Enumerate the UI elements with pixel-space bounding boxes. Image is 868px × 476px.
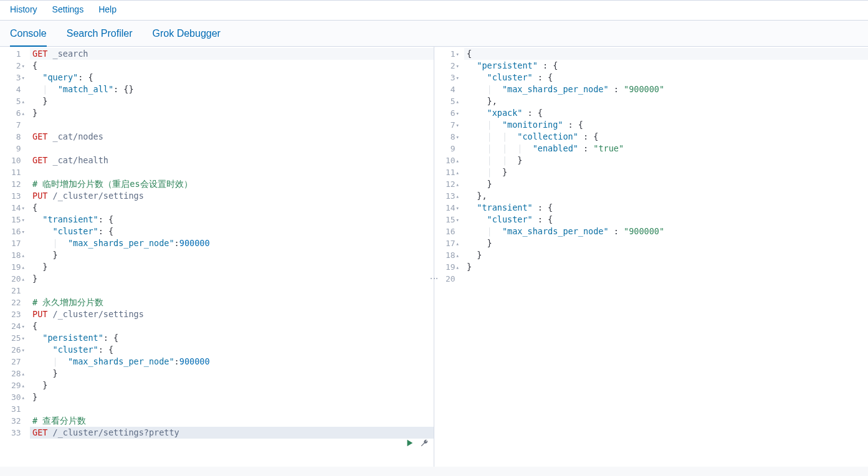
gutter-line: 8 [1,131,25,143]
code-line: | | } [464,155,868,166]
gutter-line: 15▾ [436,214,459,226]
tab-profiler[interactable]: Search Profiler [67,28,133,47]
request-gutter: 1 2▾3▾4 5▴6▴7 8 9 10 11 12 13 14▾15▾16▾1… [0,47,30,467]
code-line: | "max_shards_per_node" : "900000" [464,226,868,237]
gutter-line: 13▴ [436,190,459,202]
gutter-line: 6▾ [436,107,459,119]
tab-console[interactable]: Console [10,28,47,47]
gutter-line: 7▾ [436,119,459,131]
gutter-line: 15▾ [1,214,25,226]
request-editor[interactable]: GET _search{ "query": { | "match_all": {… [30,47,434,467]
gutter-line: 11 [1,166,25,178]
gutter-line: 26▾ [1,344,25,356]
code-line[interactable]: } [30,273,434,285]
code-line[interactable]: } [30,107,434,119]
code-line[interactable] [30,143,434,155]
code-line [464,273,868,285]
code-line: { [464,48,868,60]
code-line[interactable] [30,119,434,131]
code-line[interactable]: } [30,95,434,107]
response-viewer: { "persistent" : { "cluster" : { | "max_… [464,47,868,467]
gutter-line: 2▾ [436,60,459,72]
gutter-line: 18▴ [1,249,25,261]
menu-history[interactable]: History [10,4,37,16]
gutter-line: 4 [1,83,25,95]
gutter-line: 18▴ [436,249,459,261]
gutter-line: 1 [1,48,25,60]
code-line[interactable]: "transient": { [30,214,434,226]
menu-bar: History Settings Help [0,1,868,21]
code-line[interactable]: # 永久增加分片数 [30,297,434,308]
code-line: }, [464,95,868,107]
code-line[interactable]: | "max_shards_per_node":900000 [30,237,434,249]
gutter-line: 13 [1,190,25,202]
wrench-icon[interactable] [420,439,429,450]
gutter-line: 9 [1,143,25,155]
gutter-line: 4 [436,83,459,95]
gutter-line: 3▾ [436,72,459,83]
gutter-line: 12 [1,178,25,190]
gutter-line: 16▾ [1,226,25,237]
code-line[interactable]: "cluster": { [30,344,434,356]
code-line[interactable] [30,166,434,178]
code-line[interactable]: { [30,320,434,332]
gutter-line: 17▴ [436,237,459,249]
code-line[interactable]: # 临时增加分片数（重启es会设置时效） [30,178,434,190]
code-line: "cluster" : { [464,214,868,226]
splitter-handle[interactable]: ⋮ [429,274,439,284]
code-line[interactable]: } [30,391,434,403]
code-line[interactable]: { [30,202,434,214]
code-line[interactable]: } [30,368,434,379]
code-line[interactable]: PUT /_cluster/settings [30,190,434,202]
play-icon[interactable] [405,439,414,450]
code-line[interactable] [30,403,434,415]
code-line[interactable]: GET /_cluster/settings?pretty [30,427,434,439]
gutter-line: 32 [1,415,25,427]
code-line[interactable]: PUT /_cluster/settings [30,308,434,320]
gutter-line: 33 [1,427,25,439]
code-line: | | "collection" : { [464,131,868,143]
code-line[interactable]: "query": { [30,72,434,83]
gutter-line: 14▾ [436,202,459,214]
code-line[interactable]: { [30,60,434,72]
code-line: "transient" : { [464,202,868,214]
gutter-line: 29▴ [1,379,25,391]
gutter-line: 7 [1,119,25,131]
gutter-line: 20 [436,273,459,285]
code-line[interactable] [30,285,434,297]
tab-grok[interactable]: Grok Debugger [153,28,221,47]
code-line[interactable]: # 查看分片数 [30,415,434,427]
gutter-line: 25▾ [1,332,25,344]
code-line: | "monitoring" : { [464,119,868,131]
code-line[interactable]: "persistent": { [30,332,434,344]
code-line[interactable]: } [30,379,434,391]
gutter-line: 20▴ [1,273,25,285]
gutter-line: 19▴ [436,261,459,273]
gutter-line: 12▴ [436,178,459,190]
code-line[interactable]: } [30,249,434,261]
code-line: "xpack" : { [464,107,868,119]
request-editor-pane: 1 2▾3▾4 5▴6▴7 8 9 10 11 12 13 14▾15▾16▾1… [0,47,434,467]
code-line[interactable]: GET _cat/health [30,155,434,166]
gutter-line: 28▴ [1,368,25,379]
gutter-line: 8▾ [436,131,459,143]
code-line[interactable]: | "max_shards_per_node":900000 [30,356,434,368]
code-line: "cluster" : { [464,72,868,83]
gutter-line: 22 [1,297,25,308]
code-line[interactable]: GET _cat/nodes [30,131,434,143]
menu-settings[interactable]: Settings [52,4,84,16]
gutter-line: 3▾ [1,72,25,83]
tabs-bar: Console Search Profiler Grok Debugger [0,21,868,47]
code-line[interactable]: | "match_all": {} [30,83,434,95]
code-line: } [464,237,868,249]
code-line: "persistent" : { [464,60,868,72]
code-line[interactable]: GET _search [30,48,434,60]
gutter-line: 9 [436,143,459,155]
response-viewer-pane: 1▾2▾3▾4 5▴6▾7▾8▾9 10▴11▴12▴13▴14▾15▾16 1… [434,47,868,467]
gutter-line: 10 [1,155,25,166]
menu-help[interactable]: Help [98,4,117,16]
code-line[interactable]: } [30,261,434,273]
code-line[interactable]: "cluster": { [30,226,434,237]
gutter-line: 24▾ [1,320,25,332]
gutter-line: 23 [1,308,25,320]
